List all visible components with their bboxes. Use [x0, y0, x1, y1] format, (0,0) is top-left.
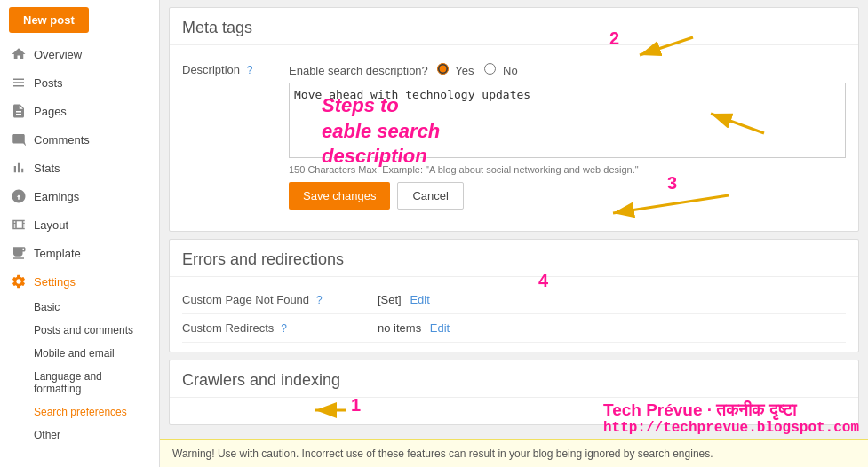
meta-tags-title: Meta tags — [170, 8, 858, 45]
sidebar: New post Overview Posts Pages Comments S… — [0, 0, 160, 467]
sidebar-item-template[interactable]: Template — [0, 239, 159, 267]
sidebar-item-posts-label: Posts — [34, 76, 63, 90]
sidebar-sub-item-mobile-email[interactable]: Mobile and email — [0, 342, 159, 365]
sidebar-item-comments-label: Comments — [34, 133, 90, 146]
sidebar-item-stats-label: Stats — [34, 162, 60, 175]
save-button[interactable]: Save changes — [289, 182, 390, 210]
warning-bar: Warning! Use with caution. Incorrect use… — [160, 439, 868, 467]
sidebar-item-earnings[interactable]: Earnings — [0, 182, 159, 210]
custom-page-not-found-edit-link[interactable]: Edit — [410, 293, 429, 306]
sidebar-sub-item-language-formatting[interactable]: Language and formatting — [0, 365, 159, 400]
sidebar-item-posts[interactable]: Posts — [0, 68, 159, 97]
new-post-button[interactable]: New post — [9, 7, 89, 33]
main-content: Meta tags Description ? Enable search de… — [160, 0, 868, 467]
crawlers-title: Crawlers and indexing — [170, 360, 858, 398]
sidebar-item-layout[interactable]: Layout — [0, 210, 159, 239]
description-textarea[interactable]: Move ahead with technology updates — [289, 83, 846, 158]
custom-redirects-edit-link[interactable]: Edit — [430, 321, 450, 335]
sidebar-item-pages-label: Pages — [34, 105, 67, 118]
sidebar-sub-item-basic[interactable]: Basic — [0, 296, 159, 319]
custom-redirects-value: no items Edit — [378, 321, 450, 335]
sidebar-item-earnings-label: Earnings — [34, 190, 79, 203]
sidebar-item-stats[interactable]: Stats — [0, 154, 159, 182]
custom-redirects-help[interactable]: ? — [281, 322, 287, 335]
sidebar-item-settings-label: Settings — [34, 275, 76, 289]
no-radio[interactable] — [484, 63, 496, 75]
sidebar-item-pages[interactable]: Pages — [0, 97, 159, 125]
enable-search-row: Enable search description? Yes No — [289, 63, 846, 77]
no-label: No — [503, 64, 518, 77]
crawlers-section: Crawlers and indexing — [169, 360, 859, 425]
custom-redirects-row: Custom Redirects ? no items Edit — [182, 314, 846, 343]
sidebar-sub-item-search-preferences[interactable]: Search preferences — [0, 400, 159, 423]
description-content: Enable search description? Yes No Move a… — [289, 63, 846, 213]
custom-redirects-label: Custom Redirects ? — [182, 321, 378, 335]
custom-page-not-found-value: [Set] Edit — [378, 293, 430, 306]
sidebar-item-comments[interactable]: Comments — [0, 125, 159, 154]
enable-search-label: Enable search description? — [289, 64, 428, 77]
custom-page-not-found-help[interactable]: ? — [316, 294, 323, 306]
custom-page-not-found-label: Custom Page Not Found ? — [182, 293, 378, 306]
sidebar-item-settings[interactable]: Settings — [0, 267, 159, 296]
sidebar-item-overview-label: Overview — [34, 48, 82, 61]
description-label: Description — [182, 63, 240, 76]
yes-radio[interactable] — [437, 63, 449, 75]
yes-radio-label[interactable]: Yes — [437, 63, 474, 77]
no-radio-label[interactable]: No — [484, 63, 517, 77]
description-help-icon[interactable]: ? — [247, 64, 253, 76]
custom-page-not-found-row: Custom Page Not Found ? [Set] Edit — [182, 286, 846, 314]
action-buttons: Save changes Cancel — [289, 175, 846, 213]
sidebar-item-overview[interactable]: Overview — [0, 40, 159, 68]
errors-redirections-section: Errors and redirections Custom Page Not … — [169, 239, 859, 352]
meta-tags-section: Meta tags Description ? Enable search de… — [169, 7, 859, 232]
cancel-button[interactable]: Cancel — [397, 182, 463, 210]
sidebar-sub-item-posts-comments[interactable]: Posts and comments — [0, 319, 159, 342]
char-limit-note: 150 Characters Max. Example: "A blog abo… — [289, 164, 846, 175]
settings-sub-items: Basic Posts and comments Mobile and emai… — [0, 296, 159, 447]
sidebar-item-template-label: Template — [34, 247, 81, 260]
errors-title: Errors and redirections — [170, 240, 858, 277]
warning-text: Warning! Use with caution. Incorrect use… — [172, 447, 713, 460]
yes-label: Yes — [455, 64, 474, 77]
sidebar-sub-item-other[interactable]: Other — [0, 423, 159, 447]
sidebar-item-layout-label: Layout — [34, 218, 68, 232]
description-row: Description ? Enable search description?… — [182, 54, 846, 222]
